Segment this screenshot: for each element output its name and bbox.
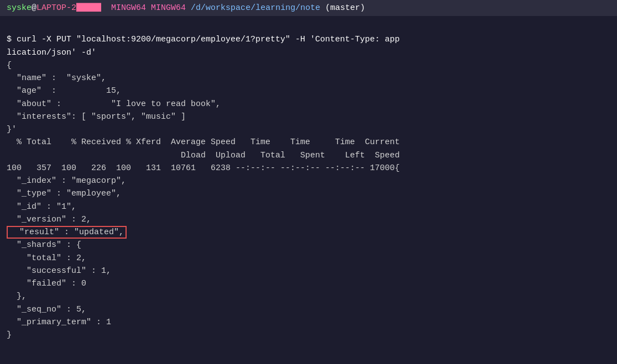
table-header-row1: % Total % Received % Xferd Average Speed… bbox=[7, 136, 610, 149]
resp-id: "_id" : "1", bbox=[7, 201, 610, 213]
resp-successful: "successful" : 1, bbox=[7, 265, 610, 277]
title-branch: (master) bbox=[320, 2, 365, 14]
title-user: syske bbox=[7, 2, 32, 14]
resp-type: "_type" : "employee", bbox=[7, 187, 610, 200]
table-header-row2: Dload Upload Total Spent Left Speed bbox=[7, 149, 610, 162]
resp-total: "total" : 2, bbox=[7, 252, 610, 265]
title-mingw: MINGW64 bbox=[101, 2, 146, 14]
title-host: LAPTOP-2█████ bbox=[36, 2, 101, 14]
json-about-field: "about" : "I love to read book", bbox=[7, 98, 610, 110]
json-close-quote: }' bbox=[7, 123, 610, 136]
resp-index: "_index" : "megacorp", bbox=[7, 175, 610, 187]
resp-seq-no: "_seq_no" : 5, bbox=[7, 303, 610, 316]
result-highlight-box: "result" : "updated", bbox=[7, 226, 127, 239]
resp-primary-term: "_primary_term" : 1 bbox=[7, 316, 610, 329]
resp-close-brace: } bbox=[7, 329, 610, 341]
json-open-brace: { bbox=[7, 59, 610, 72]
terminal-window: syske@LAPTOP-2█████ MINGW64 MINGW64 /d/w… bbox=[0, 0, 617, 364]
resp-failed: "failed" : 0 bbox=[7, 277, 610, 290]
resp-version: "_version" : 2, bbox=[7, 213, 610, 226]
command-prompt-line: $ curl -X PUT "localhost:9200/megacorp/e… bbox=[7, 33, 610, 46]
command-continuation: lication/json' -d' bbox=[7, 46, 610, 59]
table-data-row: 100 357 100 226 100 131 10761 6238 --:--… bbox=[7, 162, 610, 175]
title-at: @ bbox=[32, 2, 36, 14]
json-age-field: "age" : 15, bbox=[7, 85, 610, 97]
title-bar: syske@LAPTOP-2█████ MINGW64 MINGW64 /d/w… bbox=[0, 0, 617, 16]
json-name-field: "name" : "syske", bbox=[7, 72, 610, 85]
title-path: /d/workspace/learning/note bbox=[191, 2, 320, 14]
terminal-content: $ curl -X PUT "localhost:9200/megacorp/e… bbox=[0, 16, 617, 364]
json-interests-field: "interests": [ "sports", "music" ] bbox=[7, 110, 610, 123]
resp-shards-close: }, bbox=[7, 290, 610, 303]
resp-result-line: "result" : "updated", bbox=[7, 226, 610, 239]
resp-shards-open: "_shards" : { bbox=[7, 239, 610, 251]
